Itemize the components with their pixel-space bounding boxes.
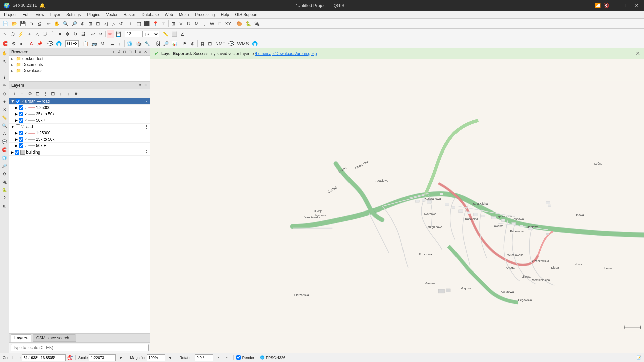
tool-add[interactable]: +	[1, 98, 8, 105]
layer-road[interactable]: ▼ V road ⋮	[9, 124, 150, 130]
add-feature-button[interactable]: +	[25, 30, 33, 38]
layer-visibility-checkbox[interactable]	[15, 150, 19, 155]
select-location-button[interactable]: 📍	[151, 20, 160, 27]
menu-settings[interactable]: Settings	[64, 12, 84, 18]
nmt-button[interactable]: NMT	[214, 40, 227, 47]
browser-add-btn[interactable]: +	[112, 49, 116, 54]
magnifier-input[interactable]	[147, 354, 165, 361]
browser-filter-btn[interactable]: ⊟	[122, 49, 127, 54]
report-button[interactable]: 📊	[170, 40, 179, 47]
layer-road-25k-50k[interactable]: ▶ ✓ 25k to 50k	[9, 136, 150, 143]
layer-visible-btn[interactable]: 👁	[72, 90, 80, 97]
browser-item-documents[interactable]: ▶ 📁 Documents	[9, 62, 150, 68]
layer-urban-road-25000[interactable]: ▶ ✓ 1:25000	[9, 105, 150, 111]
plugins-button[interactable]: 🔌	[253, 20, 261, 27]
menu-vector[interactable]: Vector	[104, 12, 120, 18]
snapping-options-button[interactable]: ⚙	[10, 40, 17, 47]
print-composer-button[interactable]: 📋	[81, 40, 90, 47]
menu-processing[interactable]: Processing	[192, 12, 217, 18]
zoom-in-button[interactable]: 🔍	[61, 20, 70, 27]
rotation-input[interactable]	[195, 354, 213, 361]
tool-3d[interactable]: 🧊	[1, 154, 8, 162]
upload-button[interactable]: ↑	[116, 40, 123, 47]
layer-road-50k[interactable]: ▶ ✓ 50k +	[9, 143, 150, 149]
browser-info-btn[interactable]: ℹ	[133, 49, 137, 54]
digitize-button[interactable]: ✏	[45, 20, 52, 27]
tool-select-rect[interactable]: ⬚	[1, 66, 8, 73]
save-as-button[interactable]: 🗋	[28, 20, 35, 27]
zoom-selection-button[interactable]: ⊞	[87, 20, 94, 27]
scale-dropdown-btn[interactable]: ▼	[117, 354, 124, 361]
zoom-full-button[interactable]: ⊕	[79, 20, 86, 27]
tool-python[interactable]: 🐍	[1, 186, 8, 194]
label-button[interactable]: A	[28, 40, 35, 47]
tool-pan[interactable]: ✋	[1, 50, 8, 57]
menu-database[interactable]: Database	[139, 12, 161, 18]
filter-layer-btn[interactable]: ⊟	[34, 90, 41, 97]
zoom-out-button[interactable]: 🔎	[70, 20, 78, 27]
cursor-tool[interactable]: ↖	[1, 30, 9, 38]
statistic-button[interactable]: Σ	[160, 20, 167, 27]
tool-identify[interactable]: ℹ	[1, 74, 8, 81]
tool-apps[interactable]: ⊞	[1, 202, 8, 210]
tab-osm-search[interactable]: OSM place search...	[33, 334, 76, 342]
browser-float-btn[interactable]: ⧉	[138, 49, 142, 54]
browser-item-docker-test[interactable]: ▶ 📁 docker_test	[9, 56, 150, 62]
scale-input[interactable]	[125, 31, 142, 37]
rotate-feature-button[interactable]: ↻	[72, 30, 79, 38]
offset-feature-button[interactable]: ⇶	[79, 30, 87, 38]
map-tips-button[interactable]: ⚑	[181, 40, 189, 47]
refresh-button[interactable]: ↺	[117, 20, 125, 27]
identify-button[interactable]: ℹ	[127, 20, 135, 27]
grid-button[interactable]: ▦	[199, 40, 206, 47]
undo-button[interactable]: ↩	[89, 30, 97, 38]
layer-visibility-checkbox[interactable]	[16, 124, 20, 129]
menu-gis-support[interactable]: GIS Support	[232, 12, 260, 18]
3d-button[interactable]: 🧊	[126, 40, 134, 47]
locator-button[interactable]: 🔎	[162, 40, 170, 47]
pan-button[interactable]: ✋	[53, 20, 61, 27]
layer-visibility-checkbox[interactable]	[19, 137, 23, 142]
menu-help[interactable]: Help	[218, 12, 232, 18]
map-canvas[interactable]: Obornická Leśna Zakład Akacjowa Kasztano…	[150, 60, 644, 353]
measure-angle-button[interactable]: ∠	[179, 30, 186, 38]
speech-button[interactable]: 💬	[227, 40, 235, 47]
wms-button[interactable]: WMS	[236, 40, 250, 47]
tool-zoom[interactable]: 🔍	[1, 122, 8, 129]
menu-view[interactable]: View	[33, 12, 47, 18]
layers-float-btn[interactable]: ⧉	[138, 83, 142, 88]
browser-item-downloads[interactable]: ▶ 📁 Downloads	[9, 68, 150, 74]
tool-plugins[interactable]: 🔌	[1, 178, 8, 186]
m-button[interactable]: M	[99, 40, 106, 47]
layer-options-btn[interactable]: ⋮	[42, 90, 49, 97]
menu-edit[interactable]: Edit	[20, 12, 32, 18]
rotation-down-btn[interactable]: ▼	[223, 356, 231, 359]
browser-refresh-btn[interactable]: ↺	[116, 49, 121, 54]
move-feature-button[interactable]: ✥	[64, 30, 71, 38]
add-raster-button[interactable]: R	[185, 20, 193, 27]
toggle-editing-button[interactable]: ✏	[107, 30, 114, 38]
layer-building[interactable]: ▶ building ⋮	[9, 149, 150, 156]
collapse-all-btn[interactable]: ⊟	[49, 90, 57, 97]
add-wms-button[interactable]: W	[208, 20, 216, 27]
tools-button[interactable]: 🔧	[143, 40, 152, 47]
close-button[interactable]: ✕	[633, 2, 641, 9]
minimize-button[interactable]: —	[612, 2, 621, 9]
scale-unit-select[interactable]: px mm	[142, 31, 159, 37]
layer-visibility-checkbox[interactable]	[19, 143, 23, 148]
compose-map-button[interactable]: 🖼	[154, 40, 161, 47]
tool-node[interactable]: ◇	[1, 90, 8, 97]
arc-digitize-button[interactable]: ⌒	[49, 30, 56, 38]
layer-visibility-checkbox[interactable]	[19, 118, 23, 123]
move-up-btn[interactable]: ↑	[57, 90, 64, 97]
layer-urban-road-25k-50k[interactable]: ▶ ✓ 25k to 50k	[9, 111, 150, 117]
new-layer-button[interactable]: ⊞	[170, 20, 177, 27]
save-edits-button[interactable]: 💾	[114, 30, 123, 38]
tool-measure[interactable]: 📏	[1, 114, 8, 121]
coordinate-input[interactable]	[22, 354, 66, 361]
deselect-button[interactable]: ⬛	[143, 20, 151, 27]
globe-button[interactable]: 🌐	[251, 40, 259, 47]
digitize-shape-button[interactable]: △	[33, 30, 41, 38]
select-button[interactable]: ⬚	[135, 20, 142, 27]
zoom-next-button[interactable]: ▷	[110, 20, 117, 27]
